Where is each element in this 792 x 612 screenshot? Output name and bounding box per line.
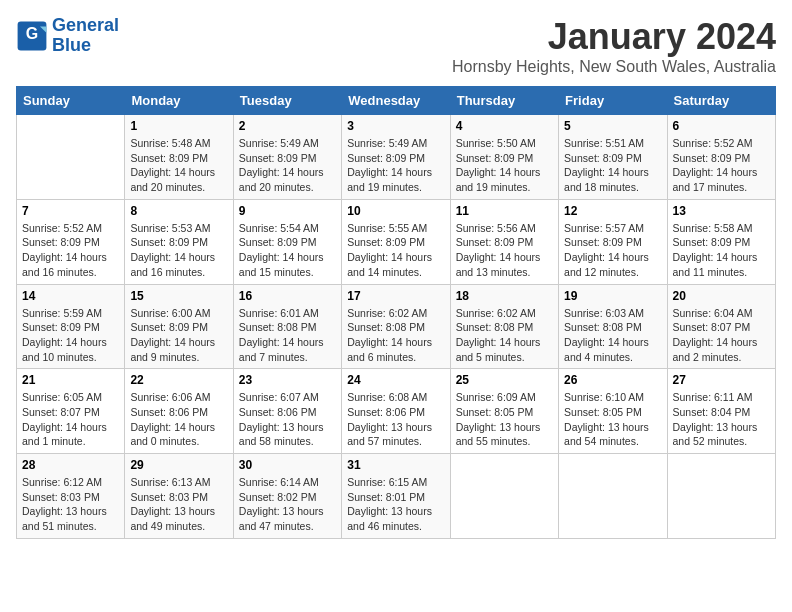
- day-number: 3: [347, 119, 444, 133]
- calendar-cell: 13Sunrise: 5:58 AMSunset: 8:09 PMDayligh…: [667, 199, 775, 284]
- logo: G General Blue: [16, 16, 119, 56]
- calendar-cell: 30Sunrise: 6:14 AMSunset: 8:02 PMDayligh…: [233, 454, 341, 539]
- day-number: 30: [239, 458, 336, 472]
- weekday-header-tuesday: Tuesday: [233, 87, 341, 115]
- day-info: Sunrise: 5:54 AMSunset: 8:09 PMDaylight:…: [239, 221, 336, 280]
- day-info: Sunrise: 6:02 AMSunset: 8:08 PMDaylight:…: [456, 306, 553, 365]
- day-number: 19: [564, 289, 661, 303]
- day-number: 18: [456, 289, 553, 303]
- weekday-header-wednesday: Wednesday: [342, 87, 450, 115]
- day-number: 6: [673, 119, 770, 133]
- day-info: Sunrise: 5:57 AMSunset: 8:09 PMDaylight:…: [564, 221, 661, 280]
- calendar-cell: [17, 115, 125, 200]
- day-number: 10: [347, 204, 444, 218]
- calendar-cell: 23Sunrise: 6:07 AMSunset: 8:06 PMDayligh…: [233, 369, 341, 454]
- calendar-cell: 18Sunrise: 6:02 AMSunset: 8:08 PMDayligh…: [450, 284, 558, 369]
- day-number: 26: [564, 373, 661, 387]
- page-header: G General Blue January 2024 Hornsby Heig…: [16, 16, 776, 76]
- day-info: Sunrise: 5:52 AMSunset: 8:09 PMDaylight:…: [673, 136, 770, 195]
- weekday-header-monday: Monday: [125, 87, 233, 115]
- calendar-cell: 4Sunrise: 5:50 AMSunset: 8:09 PMDaylight…: [450, 115, 558, 200]
- weekday-header-thursday: Thursday: [450, 87, 558, 115]
- day-info: Sunrise: 6:14 AMSunset: 8:02 PMDaylight:…: [239, 475, 336, 534]
- day-info: Sunrise: 6:09 AMSunset: 8:05 PMDaylight:…: [456, 390, 553, 449]
- day-info: Sunrise: 6:06 AMSunset: 8:06 PMDaylight:…: [130, 390, 227, 449]
- day-number: 20: [673, 289, 770, 303]
- day-info: Sunrise: 5:52 AMSunset: 8:09 PMDaylight:…: [22, 221, 119, 280]
- calendar-cell: 3Sunrise: 5:49 AMSunset: 8:09 PMDaylight…: [342, 115, 450, 200]
- day-number: 24: [347, 373, 444, 387]
- day-info: Sunrise: 6:05 AMSunset: 8:07 PMDaylight:…: [22, 390, 119, 449]
- calendar-cell: 22Sunrise: 6:06 AMSunset: 8:06 PMDayligh…: [125, 369, 233, 454]
- day-info: Sunrise: 6:04 AMSunset: 8:07 PMDaylight:…: [673, 306, 770, 365]
- logo-icon: G: [16, 20, 48, 52]
- calendar-cell: 25Sunrise: 6:09 AMSunset: 8:05 PMDayligh…: [450, 369, 558, 454]
- calendar-cell: 16Sunrise: 6:01 AMSunset: 8:08 PMDayligh…: [233, 284, 341, 369]
- calendar-cell: 11Sunrise: 5:56 AMSunset: 8:09 PMDayligh…: [450, 199, 558, 284]
- svg-text:G: G: [26, 25, 38, 42]
- day-info: Sunrise: 6:15 AMSunset: 8:01 PMDaylight:…: [347, 475, 444, 534]
- calendar-cell: 24Sunrise: 6:08 AMSunset: 8:06 PMDayligh…: [342, 369, 450, 454]
- day-info: Sunrise: 5:56 AMSunset: 8:09 PMDaylight:…: [456, 221, 553, 280]
- calendar-cell: 10Sunrise: 5:55 AMSunset: 8:09 PMDayligh…: [342, 199, 450, 284]
- weekday-header-sunday: Sunday: [17, 87, 125, 115]
- calendar-cell: 9Sunrise: 5:54 AMSunset: 8:09 PMDaylight…: [233, 199, 341, 284]
- calendar-cell: 15Sunrise: 6:00 AMSunset: 8:09 PMDayligh…: [125, 284, 233, 369]
- day-info: Sunrise: 5:53 AMSunset: 8:09 PMDaylight:…: [130, 221, 227, 280]
- day-info: Sunrise: 6:08 AMSunset: 8:06 PMDaylight:…: [347, 390, 444, 449]
- day-info: Sunrise: 5:50 AMSunset: 8:09 PMDaylight:…: [456, 136, 553, 195]
- calendar-table: SundayMondayTuesdayWednesdayThursdayFrid…: [16, 86, 776, 539]
- day-number: 23: [239, 373, 336, 387]
- day-number: 27: [673, 373, 770, 387]
- day-number: 25: [456, 373, 553, 387]
- day-info: Sunrise: 6:13 AMSunset: 8:03 PMDaylight:…: [130, 475, 227, 534]
- calendar-cell: 17Sunrise: 6:02 AMSunset: 8:08 PMDayligh…: [342, 284, 450, 369]
- day-info: Sunrise: 5:49 AMSunset: 8:09 PMDaylight:…: [239, 136, 336, 195]
- day-info: Sunrise: 6:02 AMSunset: 8:08 PMDaylight:…: [347, 306, 444, 365]
- calendar-title: January 2024: [452, 16, 776, 58]
- calendar-cell: 2Sunrise: 5:49 AMSunset: 8:09 PMDaylight…: [233, 115, 341, 200]
- day-number: 13: [673, 204, 770, 218]
- day-number: 31: [347, 458, 444, 472]
- calendar-cell: 29Sunrise: 6:13 AMSunset: 8:03 PMDayligh…: [125, 454, 233, 539]
- day-info: Sunrise: 6:12 AMSunset: 8:03 PMDaylight:…: [22, 475, 119, 534]
- day-number: 12: [564, 204, 661, 218]
- calendar-cell: 6Sunrise: 5:52 AMSunset: 8:09 PMDaylight…: [667, 115, 775, 200]
- day-number: 14: [22, 289, 119, 303]
- calendar-cell: 20Sunrise: 6:04 AMSunset: 8:07 PMDayligh…: [667, 284, 775, 369]
- weekday-header-saturday: Saturday: [667, 87, 775, 115]
- calendar-cell: 7Sunrise: 5:52 AMSunset: 8:09 PMDaylight…: [17, 199, 125, 284]
- calendar-cell: [559, 454, 667, 539]
- calendar-cell: 1Sunrise: 5:48 AMSunset: 8:09 PMDaylight…: [125, 115, 233, 200]
- calendar-cell: 21Sunrise: 6:05 AMSunset: 8:07 PMDayligh…: [17, 369, 125, 454]
- day-number: 1: [130, 119, 227, 133]
- day-number: 15: [130, 289, 227, 303]
- day-info: Sunrise: 5:59 AMSunset: 8:09 PMDaylight:…: [22, 306, 119, 365]
- logo-text: General Blue: [52, 16, 119, 56]
- day-number: 28: [22, 458, 119, 472]
- day-number: 2: [239, 119, 336, 133]
- day-number: 8: [130, 204, 227, 218]
- day-info: Sunrise: 5:49 AMSunset: 8:09 PMDaylight:…: [347, 136, 444, 195]
- day-number: 21: [22, 373, 119, 387]
- day-info: Sunrise: 6:10 AMSunset: 8:05 PMDaylight:…: [564, 390, 661, 449]
- calendar-cell: 28Sunrise: 6:12 AMSunset: 8:03 PMDayligh…: [17, 454, 125, 539]
- day-info: Sunrise: 6:00 AMSunset: 8:09 PMDaylight:…: [130, 306, 227, 365]
- day-info: Sunrise: 6:07 AMSunset: 8:06 PMDaylight:…: [239, 390, 336, 449]
- day-info: Sunrise: 5:48 AMSunset: 8:09 PMDaylight:…: [130, 136, 227, 195]
- calendar-cell: 19Sunrise: 6:03 AMSunset: 8:08 PMDayligh…: [559, 284, 667, 369]
- title-area: January 2024 Hornsby Heights, New South …: [452, 16, 776, 76]
- day-info: Sunrise: 5:51 AMSunset: 8:09 PMDaylight:…: [564, 136, 661, 195]
- day-number: 22: [130, 373, 227, 387]
- day-info: Sunrise: 5:55 AMSunset: 8:09 PMDaylight:…: [347, 221, 444, 280]
- day-number: 5: [564, 119, 661, 133]
- day-info: Sunrise: 6:11 AMSunset: 8:04 PMDaylight:…: [673, 390, 770, 449]
- calendar-cell: 31Sunrise: 6:15 AMSunset: 8:01 PMDayligh…: [342, 454, 450, 539]
- calendar-cell: 26Sunrise: 6:10 AMSunset: 8:05 PMDayligh…: [559, 369, 667, 454]
- calendar-subtitle: Hornsby Heights, New South Wales, Austra…: [452, 58, 776, 76]
- day-number: 4: [456, 119, 553, 133]
- calendar-cell: 12Sunrise: 5:57 AMSunset: 8:09 PMDayligh…: [559, 199, 667, 284]
- calendar-cell: 5Sunrise: 5:51 AMSunset: 8:09 PMDaylight…: [559, 115, 667, 200]
- day-number: 11: [456, 204, 553, 218]
- day-number: 16: [239, 289, 336, 303]
